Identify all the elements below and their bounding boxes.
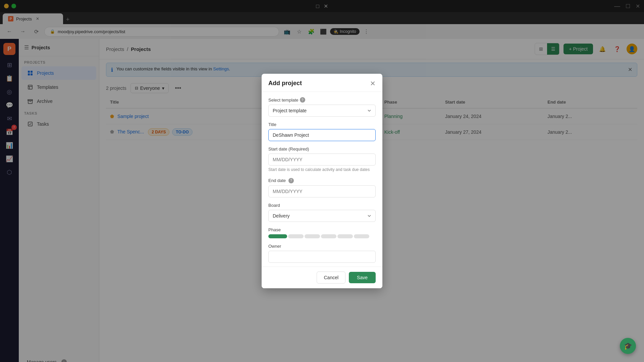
board-select[interactable]: Delivery — [268, 210, 376, 222]
phase-bar — [268, 234, 376, 238]
modal-header: Add project ✕ — [262, 74, 382, 92]
modal-close-btn[interactable]: ✕ — [370, 80, 376, 87]
start-date-label: Start date (Required) — [268, 146, 376, 152]
cancel-btn[interactable]: Cancel — [317, 272, 345, 284]
owner-input[interactable] — [268, 251, 376, 263]
board-group: Board Delivery — [268, 203, 376, 222]
modal-body: Select template ? Project template Title… — [262, 92, 382, 266]
start-date-group: Start date (Required) Start date is used… — [268, 146, 376, 173]
title-label: Title — [268, 122, 376, 127]
phase-seg-3[interactable] — [305, 234, 320, 238]
owner-label: Owner — [268, 244, 376, 249]
end-date-help-icon[interactable]: ? — [288, 178, 294, 183]
phase-seg-1[interactable] — [268, 234, 287, 238]
phase-seg-4[interactable] — [321, 234, 336, 238]
phase-seg-5[interactable] — [337, 234, 353, 238]
template-select[interactable]: Project template — [268, 105, 376, 117]
template-label: Select template ? — [268, 97, 376, 103]
phase-seg-2[interactable] — [288, 234, 304, 238]
board-label: Board — [268, 203, 376, 208]
phase-label: Phase — [268, 227, 376, 232]
modal-footer: Cancel Save — [262, 266, 382, 288]
end-date-group: End date ? — [268, 178, 376, 197]
title-group: Title — [268, 122, 376, 141]
template-help-icon[interactable]: ? — [300, 97, 305, 103]
modal-title: Add project — [268, 80, 302, 87]
chat-fab-btn[interactable]: 🎓 — [620, 338, 636, 354]
save-btn[interactable]: Save — [349, 272, 376, 283]
title-input[interactable] — [268, 129, 376, 141]
start-date-hint: Start date is used to calculate activity… — [268, 167, 376, 173]
end-date-input[interactable] — [268, 185, 376, 197]
modal-overlay[interactable]: Add project ✕ Select template ? Project … — [0, 0, 644, 362]
add-project-modal: Add project ✕ Select template ? Project … — [262, 74, 382, 288]
end-date-label: End date ? — [268, 178, 376, 183]
phase-group: Phase — [268, 227, 376, 238]
start-date-input[interactable] — [268, 154, 376, 166]
template-group: Select template ? Project template — [268, 97, 376, 117]
chat-fab-icon: 🎓 — [624, 342, 632, 350]
phase-seg-6[interactable] — [354, 234, 369, 238]
owner-group: Owner — [268, 244, 376, 263]
